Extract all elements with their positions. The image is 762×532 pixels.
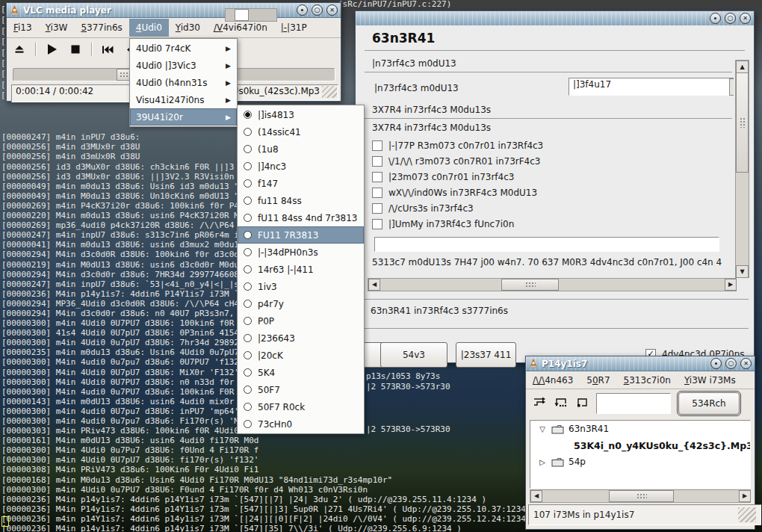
radio-icon[interactable] [244,145,252,153]
minimize-icon[interactable] [297,4,308,16]
equalizer-menu-item[interactable]: |]is4813 [238,106,364,123]
prefs-hscrollbar[interactable]: ◀ ▶ [368,278,737,291]
tree-row-file[interactable]: 53K4i_n0_y4KUs0ku_{42s3c}.Mp3 [530,437,750,454]
scroll-left-icon[interactable]: ◀ [368,279,380,291]
radio-icon[interactable] [244,214,252,222]
scroll-up-icon[interactable]: ▲ [736,61,749,73]
scroll-down-icon[interactable]: ▼ [736,265,749,278]
audio-menu-item[interactable]: 4Udi0 |]3Vic3 ▶ [130,57,237,74]
close-icon[interactable]: ✕ [740,358,752,369]
play-icon[interactable] [43,42,60,57]
tree-row-folder[interactable]: ▽ 63n3R41 [530,421,750,437]
maximize-icon[interactable]: ○ [312,4,323,16]
audio-menu-item[interactable]: 39U41i20r ▶ [130,108,237,126]
radio-icon[interactable] [244,300,252,308]
equalizer-menu-item[interactable]: (1u8 [238,140,364,158]
menubar-item[interactable]: Yi3W [39,19,75,37]
radio-icon[interactable] [244,282,252,291]
radio-icon[interactable] [244,111,252,119]
checkbox-icon[interactable]: ✓ [372,219,382,229]
close-icon[interactable]: ✕ [326,4,338,16]
save-button[interactable]: 54v3 [380,342,447,368]
radio-icon[interactable] [244,386,252,394]
equalizer-menu-item[interactable]: fu11 84ss [238,192,364,209]
module-checkbox-row[interactable]: ✓ |23m073 c0n7r01 in73rf4c3 [372,169,543,185]
volume-slider-handle[interactable] [235,9,249,21]
checkbox-icon[interactable]: ✓ [372,188,382,198]
playlist-hscrollbar[interactable]: ◀ ▶ [530,489,751,503]
playlist-titlebar[interactable]: P14y1is7 ○ ✕ [526,356,755,371]
hscroll-thumb[interactable] [501,279,559,291]
equalizer-menu-item[interactable]: 14r63 |-|411 [238,261,364,278]
radio-icon[interactable] [244,317,252,325]
tree-row-folder[interactable]: ▷ 54p [530,454,750,470]
minimize-icon[interactable] [710,358,722,369]
interface-module-select[interactable]: |]3f4u17 [569,78,734,96]
menubar-item[interactable]: Fi13 [7,19,39,37]
reset-all-button[interactable]: |23s37 411 [456,342,516,368]
scroll-left-icon[interactable]: ◀ [530,490,542,502]
radio-icon[interactable] [244,248,252,256]
menubar-item[interactable]: |-|31P [274,19,314,37]
audio-menu-item[interactable]: 4Udi0 7r4cK ▶ [130,40,237,57]
equalizer-menu-item[interactable]: 1iv3 [238,278,364,295]
repeat-one-icon[interactable] [575,396,589,411]
vlc-titlebar[interactable]: VLC media player ○ ✕ [7,3,341,18]
resize-grip-icon[interactable] [738,507,756,522]
radio-icon[interactable] [244,128,252,136]
audio-menu-item[interactable]: Visu41i247i0ns ▶ [130,91,237,108]
expander-icon[interactable]: ▷ [538,458,547,466]
equalizer-menu-item[interactable]: |20cK [238,347,364,364]
equalizer-menu-item[interactable]: FU11 7R3813 [238,226,364,244]
repeat-all-icon[interactable] [554,396,568,411]
equalizer-menu-item[interactable]: 5K4 [238,364,364,381]
menubar-item[interactable]: Yi3W i73Ms [678,371,743,389]
maximize-icon[interactable]: ○ [725,13,736,24]
module-checkbox-row[interactable]: ✓ wX\/\/ind0Ws in73RF4c3 M0dU13 [372,185,543,200]
minimize-icon[interactable] [710,13,721,24]
prefs-vscrollbar[interactable]: ▲ ▼ [735,60,749,278]
menubar-item[interactable]: 5377in6s [74,19,128,37]
equalizer-menu-item[interactable]: 50F7 R0ck [238,398,364,415]
menubar-item[interactable]: /\/\4n463 [526,371,580,389]
equalizer-menu-item[interactable]: (14ssic41 [238,123,364,140]
playlist-search-input[interactable] [596,393,671,414]
vscroll-thumb[interactable] [736,72,749,173]
menubar-item[interactable]: 4Udi0 [129,19,169,37]
volume-slider[interactable] [225,8,277,22]
equalizer-menu-item[interactable]: P0P [238,312,364,330]
equalizer-menu-item[interactable]: 50F7 [238,381,364,398]
radio-icon[interactable] [244,197,252,205]
checkbox-icon[interactable]: ✓ [372,140,382,151]
stop-icon[interactable] [67,42,84,57]
shuffle-icon[interactable] [533,396,547,411]
radio-icon[interactable] [244,231,252,239]
combo-arrow-icon[interactable]: ▾ [729,78,734,96]
radio-icon[interactable] [244,334,252,342]
module-checkbox-row[interactable]: ✓ \/1/\/\ r3m073 c0n7R01 in73rF4c3 [372,153,543,169]
menubar-item[interactable]: Yid30 [169,19,207,37]
equalizer-menu-item[interactable]: f147 [238,175,364,192]
menubar-item[interactable]: 5313c7i0n [617,371,678,389]
scroll-right-icon[interactable]: ▶ [725,279,737,291]
equalizer-menu-item[interactable]: |]4nc3 [238,158,364,175]
equalizer-menu-item[interactable]: |-|34dPH0n3s [238,244,364,261]
radio-icon[interactable] [244,179,252,188]
module-checkbox-row[interactable]: ✓ |-|77P R3m073 c0n7r01 in73Rf4c3 [372,137,543,153]
hscroll-thumb[interactable] [609,490,674,502]
equalizer-menu-item[interactable]: 73cHn0 [238,415,364,433]
radio-icon[interactable] [244,420,252,428]
maximize-icon[interactable]: ○ [725,358,737,369]
checkbox-icon[interactable]: ✓ [372,156,382,167]
search-button[interactable]: 534Rch [678,392,740,415]
radio-icon[interactable] [244,265,252,273]
checkbox-icon[interactable]: ✓ [372,172,382,182]
preferences-titlebar[interactable]: ○ ✕ [356,11,754,26]
previous-icon[interactable] [99,42,116,57]
close-icon[interactable]: ✕ [740,13,751,24]
eject-icon[interactable] [11,42,28,57]
equalizer-menu-item[interactable]: |236643 [238,330,364,347]
scroll-right-icon[interactable]: ▶ [739,490,751,502]
checkbox-icon[interactable]: ✓ [372,203,382,214]
module-checkbox-row[interactable]: ✓ /\/cUrs3s in73rf4c3 [372,200,543,216]
